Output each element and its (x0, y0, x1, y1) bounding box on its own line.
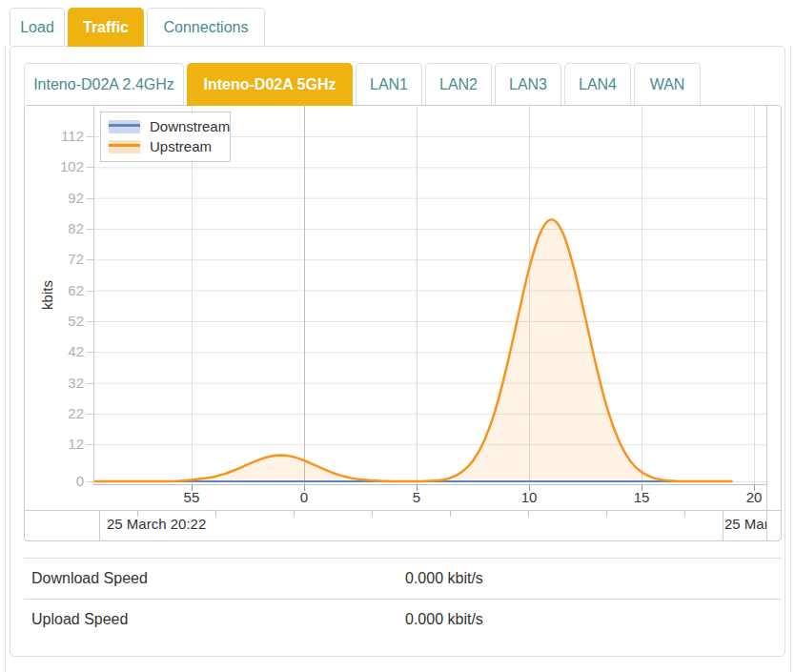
y-tick-mark (87, 136, 94, 137)
date-band-tick (528, 511, 529, 517)
tab-lan4[interactable]: LAN4 (564, 63, 631, 105)
y-tick-label: 82 (25, 220, 84, 237)
date-band-tick (137, 511, 138, 517)
y-tick-mark (87, 383, 94, 384)
tab-inteno-d02a-2_4ghz[interactable]: Inteno-D02A 2.4GHz (24, 63, 184, 105)
upstream-series-area (95, 219, 732, 481)
upload-speed-label: Upload Speed (24, 611, 405, 628)
y-tick-mark (87, 198, 94, 199)
y-tick-mark (87, 481, 94, 482)
y-tick-mark (87, 352, 94, 353)
y-tick-label: 22 (25, 405, 84, 422)
y-tick-label: 112 (25, 128, 84, 145)
tab-lan1[interactable]: LAN1 (356, 63, 422, 105)
upload-speed-value: 0.000 kbit/s (405, 611, 483, 628)
legend-label: Upstream (150, 138, 212, 154)
tab-lan2[interactable]: LAN2 (425, 63, 492, 105)
x-tick-label: 0 (285, 489, 323, 505)
x-tick-label: 15 (622, 489, 661, 505)
y-tick-label: 102 (25, 158, 84, 175)
traffic-chart-canvas (94, 106, 766, 484)
x-tick-mark (642, 485, 642, 491)
x-tick-label: 20 (735, 489, 773, 505)
upstream-series-line (95, 219, 732, 481)
speed-summary-table: Download Speed 0.000 kbit/s Upload Speed… (24, 558, 782, 640)
upstream-legend-swatch (109, 140, 140, 153)
tab-inteno-d02a-5ghz[interactable]: Inteno-D02A 5GHz (187, 63, 353, 106)
upstream-legend-line (109, 144, 140, 147)
downstream-legend-line (109, 124, 140, 127)
date-band-tick (372, 511, 373, 517)
plot-area (93, 106, 767, 485)
y-tick-label: 32 (25, 375, 84, 392)
y-tick-label: 62 (25, 282, 84, 299)
y-tick-label: 92 (25, 190, 84, 207)
download-speed-label: Download Speed (24, 570, 405, 587)
x-tick-label: 10 (510, 489, 548, 505)
tab-connections[interactable]: Connections (147, 8, 265, 46)
download-speed-value: 0.000 kbit/s (405, 570, 483, 587)
x-tick-label: 55 (173, 489, 211, 505)
x-tick-mark (754, 485, 755, 491)
legend-label: Downstream (150, 118, 230, 134)
y-tick-label: 12 (25, 436, 84, 453)
chart-legend: DownstreamUpstream (100, 112, 231, 162)
y-tick-mark (87, 167, 94, 168)
table-row-upload: Upload Speed 0.000 kbit/s (24, 599, 782, 640)
tab-lan3[interactable]: LAN3 (495, 63, 561, 105)
y-tick-mark (87, 444, 94, 445)
tab-load[interactable]: Load (10, 8, 65, 46)
x-tick-mark (192, 485, 193, 491)
date-band-tick (215, 511, 216, 517)
date-band-divider-right (723, 510, 724, 541)
traffic-chart-widget: kbits DownstreamUpstream 25 March 20:22 … (24, 105, 782, 541)
date-band-tick (450, 511, 451, 517)
date-band-tick (606, 511, 607, 517)
y-tick-label: 0 (25, 473, 84, 490)
date-band-tick (294, 511, 295, 517)
downstream-legend-swatch (109, 120, 140, 133)
y-tick-mark (87, 321, 94, 322)
legend-item-downstream: Downstream (101, 116, 230, 136)
date-range-end-label: 25 March (724, 516, 766, 532)
x-tick-mark (304, 485, 305, 491)
tab-traffic[interactable]: Traffic (68, 8, 144, 47)
date-range-start-label: 25 March 20:22 (107, 516, 206, 532)
y-tick-mark (87, 259, 94, 260)
y-tick-label: 72 (25, 251, 84, 268)
tab-wan[interactable]: WAN (634, 63, 701, 105)
date-band-tick (684, 511, 685, 517)
y-tick-mark (87, 229, 94, 230)
x-tick-mark (417, 485, 418, 491)
table-row-download: Download Speed 0.000 kbit/s (24, 558, 782, 599)
legend-item-upstream: Upstream (101, 136, 230, 156)
y-tick-mark (87, 291, 94, 292)
y-tick-label: 52 (25, 313, 84, 330)
x-tick-mark (529, 485, 530, 491)
date-band-divider-left (99, 510, 100, 541)
x-tick-label: 5 (398, 489, 436, 505)
y-tick-label: 42 (25, 343, 84, 360)
y-tick-mark (87, 414, 94, 415)
